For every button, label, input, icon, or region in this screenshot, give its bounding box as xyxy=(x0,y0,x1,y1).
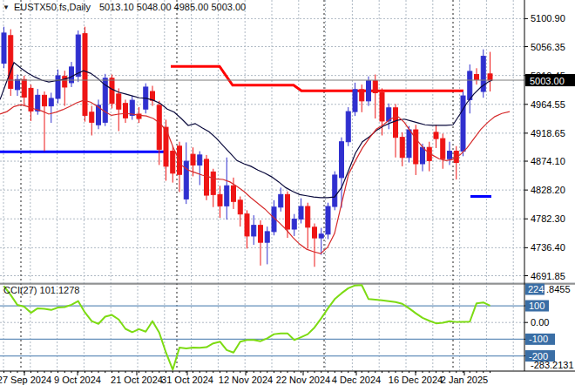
bull-candle xyxy=(299,206,303,219)
pane-separator xyxy=(0,283,575,284)
bull-candle xyxy=(326,206,330,234)
cci-min-label: -283.2131 xyxy=(531,360,574,370)
time-axis[interactable]: 27 Sep 20249 Oct 202421 Oct 202431 Oct 2… xyxy=(0,371,490,385)
time-axis-label: 16 Dec 2024 xyxy=(389,375,443,385)
time-axis-label: 9 Oct 2024 xyxy=(54,375,101,385)
bull-candle xyxy=(265,232,269,242)
bear-candle xyxy=(441,139,445,159)
price-axis-label: 4964.55 xyxy=(531,99,565,110)
time-axis-label: 31 Oct 2024 xyxy=(161,375,213,385)
bull-candle xyxy=(340,142,344,178)
bear-candle xyxy=(171,152,175,173)
bear-candle xyxy=(380,92,384,120)
chart-dropdown-icon[interactable]: ▼ xyxy=(3,3,10,11)
price-axis-label: 4828.20 xyxy=(531,185,565,195)
candles-layer xyxy=(2,27,492,267)
bull-candle xyxy=(49,98,53,106)
bear-candle xyxy=(232,186,236,201)
red-resistance-line xyxy=(171,66,463,91)
bear-candle xyxy=(157,105,161,149)
price-axis-label: 5056.35 xyxy=(531,42,565,52)
bull-candle xyxy=(346,112,350,142)
cci-line xyxy=(4,285,490,369)
bull-candle xyxy=(468,71,472,99)
bull-candle xyxy=(367,81,371,101)
ohlc-readout: 5013.10 5048.00 4985.00 5003.00 xyxy=(99,2,246,12)
bear-candle xyxy=(110,78,114,104)
bull-candle xyxy=(16,79,20,90)
bull-candle xyxy=(353,90,357,112)
bull-candle xyxy=(279,194,283,206)
indicator-label: CCI(27) 101.1278 xyxy=(3,285,79,295)
price-axis-label: 4691.85 xyxy=(531,271,565,281)
bull-candle xyxy=(76,35,80,77)
bear-candle xyxy=(83,34,87,116)
time-axis-label: 22 Nov 2024 xyxy=(276,375,330,385)
bear-candle xyxy=(245,214,249,236)
bull-candle xyxy=(36,95,40,111)
bear-candle xyxy=(313,227,317,238)
bear-candle xyxy=(205,159,209,195)
bull-candle xyxy=(448,152,452,159)
price-axis[interactable]: 5100.905056.355010.454964.554918.654874.… xyxy=(524,13,575,280)
bear-candle xyxy=(117,94,121,109)
price-axis-label: 4782.30 xyxy=(531,213,565,224)
bull-candle xyxy=(225,186,229,206)
bear-candle xyxy=(488,74,492,80)
bear-candle xyxy=(400,138,404,158)
bear-candle xyxy=(373,81,377,93)
bear-candle xyxy=(306,206,310,227)
time-axis-label: 21 Oct 2024 xyxy=(111,375,163,385)
bull-candle xyxy=(56,76,60,98)
bear-candle xyxy=(360,90,364,101)
bear-candle xyxy=(475,75,479,80)
bear-candle xyxy=(124,104,128,118)
chart-title: ▼EUSTX50.fs,Daily5013.10 5048.00 4985.00… xyxy=(3,2,246,12)
bull-candle xyxy=(252,226,256,236)
cci-level-lines xyxy=(0,306,524,356)
bear-candle xyxy=(218,194,222,206)
bull-candle xyxy=(319,234,323,238)
time-axis-label: 27 Sep 2024 xyxy=(0,375,51,385)
bull-candle xyxy=(130,100,134,115)
bull-candle xyxy=(198,155,202,166)
bull-candle xyxy=(407,130,411,158)
chart-canvas[interactable]: 5100.905056.355010.454964.554918.654874.… xyxy=(0,0,575,392)
bull-candle xyxy=(333,175,337,206)
time-axis-label: 4 Dec 2024 xyxy=(332,375,381,385)
cci-zero-label: 0.00 xyxy=(531,317,549,328)
bear-candle xyxy=(22,79,26,97)
chart-window: 5100.905056.355010.454964.554918.654874.… xyxy=(0,0,575,392)
bear-candle xyxy=(63,77,67,87)
bear-candle xyxy=(394,108,398,138)
time-axis-label: 2 Jan 2025 xyxy=(441,375,488,385)
price-axis-label: 4874.10 xyxy=(531,156,565,166)
cci-max-label: 224 xyxy=(528,284,544,294)
price-axis-label: 5100.90 xyxy=(531,13,565,24)
bear-candle xyxy=(151,91,155,100)
bull-candle xyxy=(461,96,465,151)
svg-text:.8455: .8455 xyxy=(546,284,571,294)
price-axis-label: 4918.65 xyxy=(531,128,565,139)
price-axis-label: 4736.40 xyxy=(531,242,565,253)
last-price-label: 5003.00 xyxy=(530,76,565,86)
bear-candle xyxy=(90,112,94,123)
bear-candle xyxy=(434,132,438,139)
bear-candle xyxy=(259,226,263,242)
bear-candle xyxy=(414,130,418,164)
bull-candle xyxy=(2,33,6,64)
cci-level-label: 100 xyxy=(529,301,545,311)
bear-candle xyxy=(238,200,242,214)
symbol-period-label: EUSTX50.fs,Daily xyxy=(14,2,91,12)
bear-candle xyxy=(286,194,290,229)
bear-candle xyxy=(43,95,47,105)
bear-candle xyxy=(191,154,195,165)
cci-axis[interactable]: 224.8455100-100-2000.00-283.2131 xyxy=(524,284,574,371)
bull-candle xyxy=(292,219,296,229)
bull-candle xyxy=(421,147,425,164)
bear-candle xyxy=(211,172,215,194)
time-axis-label: 12 Nov 2024 xyxy=(219,375,273,385)
cci-level-label: -100 xyxy=(529,334,548,344)
